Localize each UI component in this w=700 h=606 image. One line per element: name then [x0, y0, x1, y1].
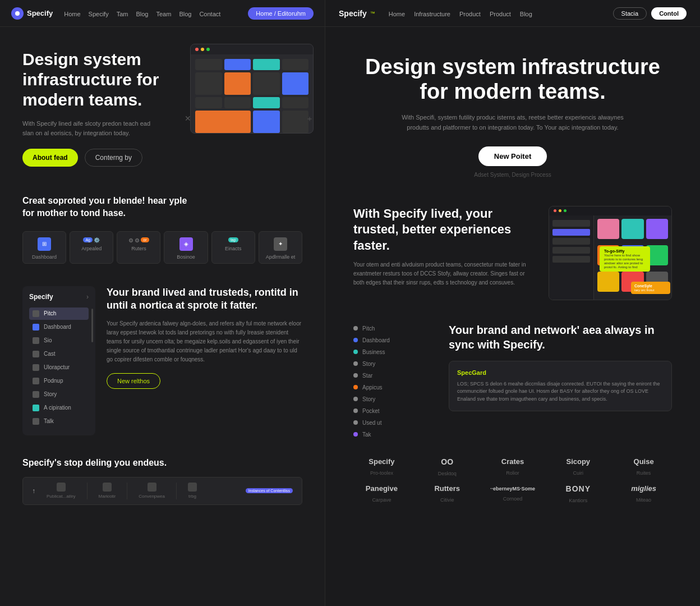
bottom-bar-item-4: trbg — [188, 483, 197, 499]
left-hero-screenshot — [190, 44, 314, 134]
logo-quise: Quise Ruites — [615, 457, 672, 477]
bottom-bar-item-2: Markiotir — [99, 483, 116, 499]
logo-oo-sub: Desktoq — [438, 471, 457, 476]
nav-link-blog2[interactable]: Blog — [179, 8, 191, 19]
nav-link-team[interactable]: Team — [156, 8, 171, 19]
brand-nav-story[interactable]: Story — [29, 388, 89, 401]
divider-3 — [176, 483, 177, 499]
spec-sidebar-item-4 — [552, 247, 590, 254]
cell-2 — [224, 59, 251, 70]
spec-tile-purple — [646, 219, 668, 239]
logo-crates-name: Crates — [485, 457, 541, 466]
sio-icon — [33, 337, 39, 344]
logos-row-2: Panegive Carpave Rutters Citivie ··ebern… — [353, 484, 672, 504]
right-specify-desc: Your otem and enti alvduism product team… — [353, 260, 532, 287]
bottom-label-2: Markiotir — [99, 494, 116, 499]
left-hero-secondary-button[interactable]: Conterng by — [85, 149, 142, 167]
spec-sidebar-item-active — [552, 229, 590, 236]
cell-7 — [253, 72, 280, 95]
cell-4 — [282, 59, 309, 70]
cell-3 — [253, 59, 280, 70]
left-panel: Specify Home Specify Tam Blog Team Blog … — [0, 0, 325, 606]
left-hero-primary-button[interactable]: About fead — [22, 149, 78, 167]
logo-rutters-name: Rutters — [419, 484, 476, 493]
right-nav-stacia-button[interactable]: Stacia — [613, 7, 647, 20]
brand-sidebar: Specify › Pitch Dashboard Sio Cast Ul — [22, 286, 95, 435]
right-hero: Design system infrastructure for modern … — [325, 27, 700, 195]
right-nav-infrastructure[interactable]: Infrastructure — [414, 8, 450, 19]
logo-sicopy-name: Sicopy — [550, 457, 606, 466]
nav-link-blog1[interactable]: Blog — [136, 8, 148, 19]
cell-9 — [195, 97, 222, 108]
brand-desc: Your Specify ardenica falwey algn-doles,… — [107, 319, 302, 364]
bottom-icon-1 — [57, 483, 66, 492]
dot-red — [195, 48, 199, 51]
left-hero-desc: With Specify lined aife slcoty predon te… — [22, 119, 157, 137]
right-hero-sub: Adset System, Design Process — [353, 172, 672, 178]
right-specify-text: With Specify lived, your trusted, better… — [353, 206, 532, 288]
logo-rutters-sub: Citivie — [440, 497, 454, 503]
brand-nav-dashboard[interactable]: Dashboard — [29, 321, 89, 333]
spec-screen-bar — [549, 206, 671, 215]
spec-card-text: LOS; SPCS S delon 6 meahe diccmlias disa… — [457, 380, 664, 403]
right-panel: Specify ™ Home Infrastructure Product Pr… — [325, 0, 700, 606]
brand-nav-star: Star — [353, 370, 432, 382]
brand-nav-pitch[interactable]: Pitch — [29, 307, 89, 320]
right-brand-nav-container: Pitch Dashboard Business Story Star Appi… — [353, 323, 432, 440]
left-nav: Specify Home Specify Tam Blog Team Blog … — [0, 0, 325, 27]
nav-link-contact[interactable]: Contact — [199, 8, 220, 19]
logos-section: Specify Pro-toolex OO Desktoq Crates Rol… — [325, 452, 700, 517]
dashboard-label: Dashboard — [26, 254, 62, 260]
logo-sicopy: Sicopy Cuiri — [550, 457, 606, 477]
left-nav-logo: Specify — [11, 7, 53, 20]
right-nav-control-button[interactable]: Contol — [651, 7, 687, 20]
apdlrmalle-icon: ✦ — [274, 237, 287, 251]
right-nav-home[interactable]: Home — [389, 8, 405, 19]
logo-specify-sub: Pro-toolex — [370, 470, 393, 476]
left-nav-cta-button[interactable]: Home / Editoruhm — [248, 7, 314, 20]
logo-quise-name: Quise — [615, 457, 672, 466]
brand-nav-ulorapctur[interactable]: Ulorapctur — [29, 361, 89, 374]
integration-bosinoe: ◈ Bosinoe — [164, 231, 208, 264]
brand-nav-appicus: Appicus — [353, 382, 432, 393]
bottom-icon-2 — [103, 483, 112, 492]
dashboard-icon: ⊞ — [38, 237, 51, 251]
plus-icon: ＋ — [306, 114, 314, 124]
tak-dot — [353, 432, 358, 437]
story-icon — [33, 391, 39, 398]
logo-milgies-name: miglies — [615, 484, 672, 493]
integration-dashboard: ⊞ Dashboard — [22, 231, 66, 264]
logo-bony-sub: Kantiors — [569, 498, 587, 503]
brand-nav-cast[interactable]: Cast — [29, 348, 89, 360]
nav-link-tam[interactable]: Tam — [117, 8, 128, 19]
right-nav-product1[interactable]: Product — [459, 8, 481, 19]
brand-cta-button[interactable]: New relthos — [107, 373, 160, 389]
brand-nav-story1: Story — [353, 358, 432, 370]
right-brand-title: Your brand and network' aea always in sy… — [449, 323, 672, 352]
nav-link-home[interactable]: Home — [64, 8, 80, 19]
brand-nav-sio[interactable]: Sio — [29, 334, 89, 347]
right-specify-section: With Specify lived, your trusted, better… — [325, 195, 700, 311]
brand-nav-podnup[interactable]: Podnup — [29, 375, 89, 387]
logo-panegive-name: Panegive — [353, 484, 410, 493]
section-brand: Specify › Pitch Dashboard Sio Cast Ul — [0, 275, 325, 447]
dashboard-dot — [353, 338, 358, 342]
right-nav-blog[interactable]: Blog — [520, 8, 532, 19]
right-nav-product2[interactable]: Product — [490, 8, 511, 19]
right-hero-cta-button[interactable]: New Poitet — [478, 146, 547, 166]
right-specify-screenshot: To-go-Siffy You're here to find show pro… — [549, 206, 672, 300]
left-nav-links: Home Specify Tam Blog Team Blog Contact — [64, 8, 248, 19]
section-create: Creat soproted you r blende! hear yple f… — [0, 178, 325, 275]
logo-sicopy-sub: Cuiri — [573, 470, 584, 476]
brand-nav-talk[interactable]: Talk — [29, 415, 89, 428]
bottom-label-4: trbg — [188, 494, 196, 499]
right-nav: Specify ™ Home Infrastructure Product Pr… — [325, 0, 700, 27]
brand-nav-cipiration[interactable]: A cipiration — [29, 402, 89, 414]
spec-tooltip-yellow: ConeSyle tary orc frotut — [631, 282, 670, 294]
nav-link-specify[interactable]: Specify — [89, 8, 109, 19]
logo-panegive-sub: Carpave — [372, 497, 391, 503]
pocket-dot — [353, 408, 358, 413]
ruters-label: Ruters — [121, 246, 156, 251]
bottom-bar: ↑ Publicat...ailiry Markiotir Convenpwea… — [22, 477, 302, 505]
spec-tile-teal — [621, 219, 643, 239]
